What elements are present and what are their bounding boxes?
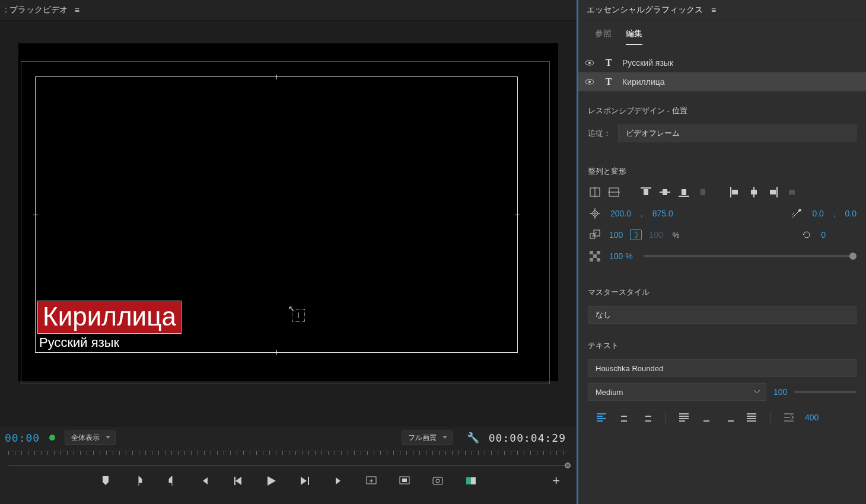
text-layer-selected[interactable]: Кириллица <box>37 301 182 334</box>
insert-icon[interactable] <box>365 474 378 487</box>
svg-point-10 <box>588 81 591 83</box>
comparison-view-icon[interactable] <box>464 474 477 487</box>
align-right-icon[interactable] <box>766 185 780 199</box>
svg-rect-5 <box>466 477 471 484</box>
panel-menu-icon[interactable]: ≡ <box>711 5 716 15</box>
quality-dropdown[interactable]: フル画質 <box>402 430 453 445</box>
text-layer-icon: T <box>603 76 614 87</box>
step-back-icon[interactable] <box>232 474 245 487</box>
text-layer-icon: T <box>603 58 614 68</box>
visibility-eye-icon[interactable] <box>584 76 595 87</box>
font-size-slider[interactable] <box>794 391 857 393</box>
master-style-dropdown[interactable]: なし <box>588 306 857 324</box>
link-scale-toggle[interactable] <box>630 229 642 240</box>
font-family-dropdown[interactable]: Houschka Rounded <box>588 359 857 377</box>
export-frame-icon[interactable] <box>431 474 444 487</box>
scale-h[interactable]: 100 <box>649 230 663 240</box>
align-center-text-icon[interactable] <box>617 412 631 423</box>
timecode-right[interactable]: 00:00:04:29 <box>489 432 566 444</box>
opacity-icon <box>588 249 602 263</box>
svg-rect-27 <box>770 190 776 194</box>
justify-left-icon[interactable] <box>677 412 690 423</box>
canvas[interactable]: Кириллица Русский язык ↖ I <box>18 43 558 381</box>
text-section: テキスト Houschka Rounded Medium 100 <box>578 326 866 423</box>
time-ruler[interactable] <box>8 451 568 461</box>
master-style-heading: マスタースタイル <box>588 287 857 298</box>
mark-out-point-icon[interactable] <box>165 474 179 487</box>
status-dot-icon <box>49 435 55 441</box>
font-weight-dropdown[interactable]: Medium <box>588 383 766 401</box>
layer-name: Русский язык <box>622 58 673 68</box>
align-right-text-icon[interactable] <box>640 412 653 423</box>
position-icon <box>588 206 602 221</box>
panel-menu-icon[interactable]: ≡ <box>75 5 79 15</box>
svg-rect-35 <box>590 258 593 261</box>
follow-label: 追従： <box>588 128 611 139</box>
svg-rect-18 <box>663 189 667 195</box>
align-left-text-icon[interactable] <box>595 412 608 423</box>
position-x[interactable]: 200.0 <box>610 209 631 218</box>
svg-rect-28 <box>789 190 795 194</box>
timecode-left[interactable]: 00:00 <box>5 432 40 444</box>
button-editor-plus-icon[interactable]: + <box>552 473 560 489</box>
settings-wrench-icon[interactable]: 🔧 <box>467 432 479 444</box>
layer-item[interactable]: T Русский язык <box>578 53 866 72</box>
mark-in-point-icon[interactable] <box>132 474 145 487</box>
source-title-label: : ブラックビデオ <box>5 5 68 15</box>
svg-point-4 <box>436 479 440 483</box>
play-icon[interactable] <box>265 474 278 487</box>
leading-value[interactable]: 400 <box>805 413 819 422</box>
align-center-vertical-icon[interactable] <box>607 185 621 199</box>
svg-rect-21 <box>701 189 705 195</box>
visibility-eye-icon[interactable] <box>584 58 595 68</box>
opacity-value[interactable]: 100 % <box>609 251 633 261</box>
rotation-icon <box>800 228 814 242</box>
font-size-value[interactable]: 100 <box>773 387 787 397</box>
distribute-v-icon[interactable] <box>785 185 799 199</box>
rotation-value[interactable]: 0 <box>821 230 826 240</box>
align-left-icon[interactable] <box>728 185 742 199</box>
layer-item-selected[interactable]: T Кириллица <box>578 72 866 91</box>
mark-in-icon[interactable] <box>99 474 112 487</box>
align-center-horizontal-icon[interactable] <box>588 185 602 199</box>
scale-w[interactable]: 100 <box>609 230 623 240</box>
opacity-slider[interactable] <box>644 255 857 257</box>
follow-dropdown[interactable]: ビデオフレーム <box>618 125 857 142</box>
zoom-fit-dropdown[interactable]: 全体表示 <box>65 430 116 445</box>
anchor-x[interactable]: 0.0 <box>812 209 823 218</box>
scrub-bar[interactable] <box>8 461 568 470</box>
svg-rect-25 <box>751 190 757 194</box>
scrub-handle[interactable] <box>565 462 571 468</box>
svg-rect-6 <box>471 477 476 484</box>
position-y[interactable]: 875.0 <box>652 209 673 218</box>
align-vcenter-icon[interactable] <box>658 185 672 199</box>
panel-tabs: 参照 編集 <box>578 20 866 45</box>
align-hcenter-icon[interactable] <box>747 185 761 199</box>
go-to-in-icon[interactable] <box>199 474 212 487</box>
align-top-icon[interactable] <box>639 185 653 199</box>
anchor-y[interactable]: 0.0 <box>845 209 857 218</box>
justify-center-icon[interactable] <box>700 412 713 423</box>
tab-edit[interactable]: 編集 <box>626 28 642 45</box>
svg-rect-3 <box>433 477 442 484</box>
tab-indent-icon[interactable] <box>782 412 795 423</box>
type-tool-cursor: ↖ I <box>288 304 306 322</box>
align-bottom-icon[interactable] <box>677 185 691 199</box>
step-forward-icon[interactable] <box>298 474 311 487</box>
justify-all-icon[interactable] <box>745 412 758 423</box>
layer-list: T Русский язык T Кириллица <box>578 53 866 91</box>
master-style-section: マスタースタイル なし <box>578 273 866 326</box>
svg-rect-36 <box>597 258 600 261</box>
svg-rect-33 <box>593 254 597 258</box>
svg-point-8 <box>588 62 591 64</box>
tab-browse[interactable]: 参照 <box>595 28 612 45</box>
go-to-out-icon[interactable] <box>332 474 345 487</box>
text-layer-subtitle[interactable]: Русский язык <box>39 335 119 350</box>
overwrite-icon[interactable] <box>398 474 411 487</box>
justify-right-icon[interactable] <box>722 412 736 423</box>
svg-rect-2 <box>402 479 407 482</box>
svg-rect-34 <box>597 251 600 254</box>
distribute-h-icon[interactable] <box>696 185 710 199</box>
program-monitor[interactable]: Кириллица Русский язык ↖ I <box>0 20 577 427</box>
svg-rect-23 <box>732 190 738 194</box>
